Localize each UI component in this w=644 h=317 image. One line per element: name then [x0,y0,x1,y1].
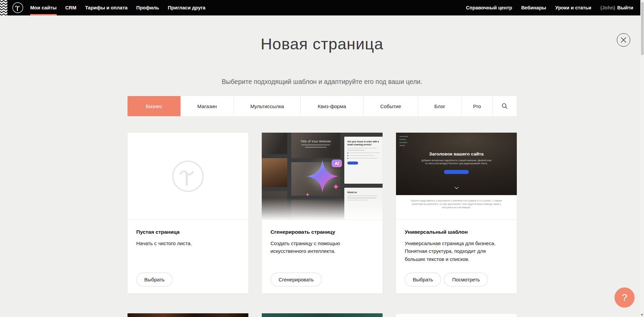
ai-small-sparkle-icon [306,192,309,195]
collage-text-tile: Get your house in order with a smart cle… [344,137,383,184]
select-template-button[interactable]: Выбрать [405,273,441,286]
generate-button[interactable]: Сгенерировать [270,273,322,286]
collage-tile-heading: Get your house in order with a smart cle… [347,140,380,146]
collage-site-title: Title of Your Website [291,139,340,143]
card-description: Универсальная страница для бизнеса. Поня… [405,239,507,263]
tab-quiz-form[interactable]: Квиз-форма [301,96,363,116]
collage-photo-tile [262,158,287,187]
card-ai-generate: Title of Your Website Get your house in … [262,133,383,293]
search-icon [502,103,508,109]
template-card-partial[interactable] [262,313,383,317]
card-title: Сгенерировать страницу [270,229,374,235]
secondary-menu: Справочный центр Вебинары Уроки и статьи… [466,0,633,15]
top-navbar: Мои сайты CRM Тарифы и оплата Профиль Пр… [0,0,644,15]
blank-page-preview[interactable] [128,133,248,220]
new-page-dialog: Мои сайты CRM Тарифы и оплата Профиль Пр… [0,0,644,317]
template-body-text: Коротко представьтесь и расскажите о ком… [411,199,502,209]
universal-template-preview[interactable]: Заголовок вашего сайта Добавьте интересн… [396,133,517,220]
card-info: Сгенерировать страницу Создать страницу … [262,220,383,293]
card-info: Пустая страница Начать с чистого листа. … [128,220,248,293]
tab-business[interactable]: Бизнес [128,96,181,116]
nav-my-sites[interactable]: Мои сайты [30,0,57,15]
ai-small-sparkle-icon [333,184,339,190]
help-button[interactable]: ? [614,287,635,308]
tab-pro[interactable]: Pro [462,96,493,116]
scrollbar-thumb[interactable] [641,2,644,55]
template-card-partial[interactable] [128,313,248,317]
user-menu: (John) Выйти [600,0,633,15]
select-blank-button[interactable]: Выбрать [136,273,172,286]
template-body: Коротко представьтесь и расскажите о ком… [396,195,517,220]
tilda-watermark-icon [171,160,205,193]
template-card-partial[interactable] [396,313,517,317]
tab-blog[interactable]: Блог [418,96,462,116]
card-title: Универсальный шаблон [405,229,508,235]
tilda-edge-pattern-icon [0,0,7,15]
collage-photo-tile [262,133,287,154]
nav-crm[interactable]: CRM [65,0,77,15]
scroll-down-arrow-icon[interactable] [641,314,643,316]
page-title: Новая страница [0,35,644,53]
ai-generate-preview[interactable]: Title of Your Website Get your house in … [262,133,383,220]
nav-profile[interactable]: Профиль [136,0,159,15]
collage-tile-heading: About us [347,191,380,194]
website-collage: Title of Your Website Get your house in … [262,133,383,220]
card-description: Создать страницу с помощью искусственног… [270,239,351,255]
chevron-down-icon [454,184,459,190]
card-blank-page: Пустая страница Начать с чистого листа. … [128,133,248,293]
nav-invite-friend[interactable]: Пригласи друга [168,0,205,15]
card-info: Универсальный шаблон Универсальная стран… [396,220,517,293]
ai-badge: AI [332,160,342,167]
template-category-tabs: Бизнес Магазин Мультиссылка Квиз-форма С… [128,96,517,116]
template-hero-title: Заголовок вашего сайта [396,133,517,156]
help-question-icon: ? [622,292,628,303]
tab-multilink[interactable]: Мультиссылка [234,96,301,116]
main-menu: Мои сайты CRM Тарифы и оплата Профиль Пр… [30,0,205,15]
page-scrollbar[interactable] [640,0,644,317]
collage-tile-button [347,162,358,165]
template-menu-lines [399,136,408,148]
tab-store[interactable]: Магазин [181,96,234,116]
collage-hero-tile: Title of Your Website [291,133,340,158]
card-universal-template: Заголовок вашего сайта Добавьте интересн… [396,133,517,293]
logout-link[interactable]: Выйти [617,5,633,10]
tab-event[interactable]: Событие [363,96,418,116]
tilda-logo-icon[interactable] [12,2,23,13]
template-hero-subtitle: Добавьте интересные подробности о вашей … [421,159,492,165]
template-cards-grid: Пустая страница Начать с чистого листа. … [128,133,517,293]
nav-lessons[interactable]: Уроки и статьи [555,0,591,15]
next-row-templates [128,313,517,317]
preview-template-button[interactable]: Посмотреть [444,273,488,286]
nav-webinars[interactable]: Вебинары [521,0,546,15]
card-title: Пустая страница [136,229,240,235]
card-description: Начать с чистого листа. [136,239,239,247]
template-hero: Заголовок вашего сайта Добавьте интересн… [396,133,517,195]
nav-help-center[interactable]: Справочный центр [466,0,512,15]
user-name: (John) [600,5,615,10]
page-subtitle: Выберите подходящий шаблон и адаптируйте… [0,78,644,86]
template-hero-button [444,170,469,174]
nav-pricing[interactable]: Тарифы и оплата [85,0,128,15]
tab-search[interactable] [493,96,517,116]
